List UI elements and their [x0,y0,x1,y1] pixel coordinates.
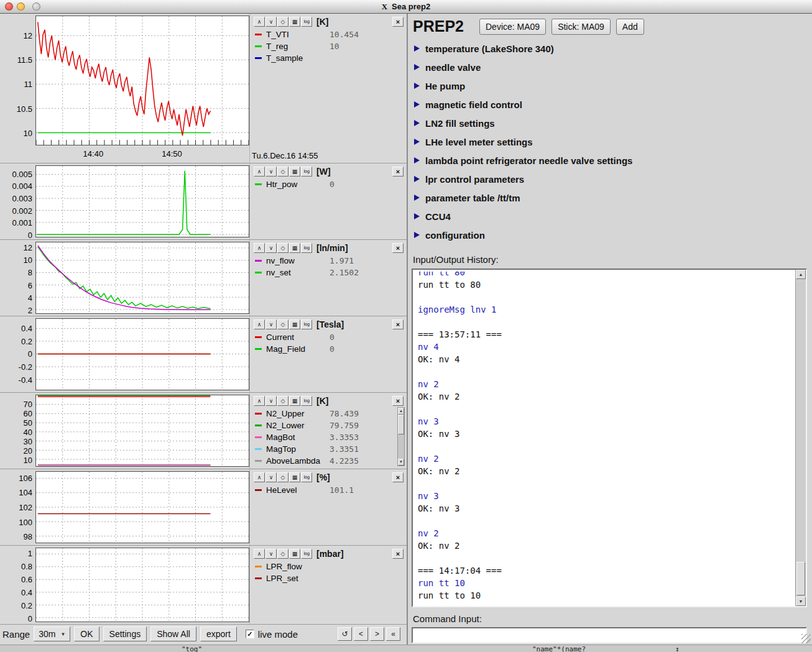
tree-item-9[interactable]: parameter table /tt/tm [414,188,807,207]
tree-item-4[interactable]: magnetic field control [414,95,807,114]
jump-start-icon[interactable]: « [386,627,400,641]
tree-item-3[interactable]: He pump [414,76,807,95]
scrollbar-thumb[interactable] [796,562,805,595]
scroll-up-icon[interactable]: ∧ [254,319,265,329]
close-plot-button[interactable]: × [392,17,404,27]
scroll-down-icon[interactable]: ∨ [265,17,277,27]
scrollbar-down-icon[interactable]: ▼ [796,597,806,606]
legend-entry[interactable]: Htr_pow0 [254,178,404,190]
tree-item-8[interactable]: lpr control parameters [414,170,807,188]
close-plot-button[interactable]: × [392,319,404,329]
zoom-icon[interactable]: ◇ [277,243,288,253]
log-scale-icon[interactable]: log [301,17,312,27]
legend-entry[interactable]: nv_set2.1502 [254,267,404,278]
scroll-up-icon[interactable]: ∧ [254,396,265,406]
page-right-icon[interactable]: > [370,627,384,641]
close-plot-button[interactable]: × [392,243,404,253]
legend-entry[interactable]: T_sample [254,52,404,64]
legend-entry[interactable]: Current0 [254,331,404,343]
legend-entry[interactable]: T_reg10 [254,40,404,52]
legend-scroll-down-icon[interactable]: ▼ [398,459,404,466]
log-scale-icon[interactable]: log [301,549,312,559]
add-button[interactable]: Add [616,19,644,35]
scroll-down-icon[interactable]: ∨ [265,549,277,559]
plot-canvas[interactable] [35,395,249,467]
scroll-down-icon[interactable]: ∨ [265,396,277,406]
plot-canvas[interactable] [35,548,249,622]
plot-canvas[interactable] [35,242,249,314]
legend-entry[interactable]: N2_Upper78.439 [254,408,404,420]
tree-item-1[interactable]: temperature (LakeShore 340) [414,39,807,58]
tree-item-10[interactable]: CCU4 [414,207,807,226]
log-scale-icon[interactable]: log [301,167,312,177]
legend-scroll-thumb[interactable] [398,415,404,434]
grid-icon[interactable]: ▦ [289,549,300,559]
export-button[interactable]: export [200,627,237,641]
zoom-icon[interactable]: ◇ [277,549,288,559]
plot-canvas[interactable] [35,16,249,145]
grid-icon[interactable]: ▦ [289,243,300,253]
log-scale-icon[interactable]: log [301,243,312,253]
legend-entry[interactable]: HeLevel101.1 [254,484,404,496]
close-plot-button[interactable]: × [392,549,404,559]
close-plot-button[interactable]: × [392,167,404,177]
legend-entry[interactable]: MagBot3.3353 [254,431,404,443]
zoom-icon[interactable]: ◇ [277,17,288,27]
log-scale-icon[interactable]: log [301,396,312,406]
scroll-down-icon[interactable]: ∨ [265,472,277,482]
legend-entry[interactable]: Mag_Field0 [254,343,404,355]
close-plot-button[interactable]: × [392,472,404,482]
ok-button[interactable]: OK [74,627,99,641]
device-button[interactable]: Device: MA09 [479,19,546,35]
zoom-icon[interactable]: ◇ [277,319,288,329]
plot-canvas[interactable] [35,318,249,390]
page-left-icon[interactable]: < [354,627,368,641]
grid-icon[interactable]: ▦ [289,319,300,329]
stick-button[interactable]: Stick: MA09 [551,19,611,35]
scroll-up-icon[interactable]: ∧ [254,243,265,253]
reset-view-icon[interactable]: ↺ [338,627,352,641]
tree-item-5[interactable]: LN2 fill settings [414,114,807,132]
scroll-up-icon[interactable]: ∧ [254,472,265,482]
log-scale-icon[interactable]: log [301,319,312,329]
scroll-down-icon[interactable]: ∨ [265,167,277,177]
legend-entry[interactable]: T_VTI10.454 [254,29,404,40]
scrollbar-up-icon[interactable]: ▲ [796,270,806,279]
legend-entry[interactable]: LPR_set [254,572,404,584]
grid-icon[interactable]: ▦ [289,396,300,406]
close-plot-button[interactable]: × [392,396,404,406]
legend-entry[interactable]: MagTop3.3351 [254,443,404,455]
scrollbar-trough[interactable] [796,279,806,597]
legend-scroll-trough[interactable] [398,415,404,459]
scroll-down-icon[interactable]: ∨ [265,319,277,329]
tree-item-11[interactable]: configuration [414,226,807,244]
legend-entry[interactable]: nv_flow1.971 [254,255,404,267]
tree-item-6[interactable]: LHe level meter settings [414,132,807,151]
live-mode-checkbox[interactable]: ✓ [246,630,254,638]
log-scale-icon[interactable]: log [301,472,312,482]
resize-grip[interactable] [801,634,811,643]
settings-button[interactable]: Settings [103,627,147,641]
range-select[interactable]: 30m ▼ [34,627,70,641]
grid-icon[interactable]: ▦ [289,167,300,177]
legend-entry[interactable]: LPR_flow [254,561,404,572]
scroll-up-icon[interactable]: ∧ [254,549,265,559]
tree-item-2[interactable]: needle valve [414,58,807,76]
grid-icon[interactable]: ▦ [289,472,300,482]
legend-entry[interactable]: N2_Lower79.759 [254,420,404,431]
legend-scroll-up-icon[interactable]: ▲ [398,408,404,415]
zoom-icon[interactable]: ◇ [277,396,288,406]
scroll-up-icon[interactable]: ∧ [254,17,265,27]
legend-entry[interactable]: AboveLambda4.2235 [254,455,404,467]
zoom-icon[interactable]: ◇ [277,167,288,177]
scroll-down-icon[interactable]: ∨ [265,243,277,253]
tree-item-7[interactable]: lambda point refrigerator needle valve s… [414,151,807,170]
plot-canvas[interactable] [35,471,249,543]
zoom-icon[interactable]: ◇ [277,472,288,482]
command-input[interactable] [412,627,807,643]
show-all-button[interactable]: Show All [150,627,196,641]
scroll-up-icon[interactable]: ∧ [254,167,265,177]
plot-canvas[interactable] [35,165,249,237]
legend-scrollbar[interactable]: ▲▼ [397,407,405,466]
history-scrollbar[interactable]: ▲ ▼ [795,270,806,606]
